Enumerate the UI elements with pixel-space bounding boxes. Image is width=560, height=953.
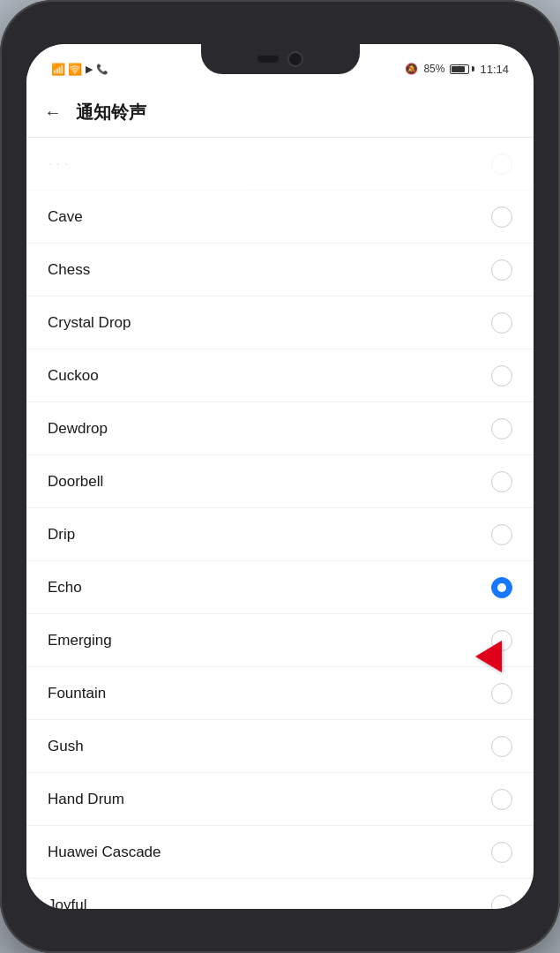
signal-icon: 📶 <box>51 63 64 76</box>
page-header: ← 通知铃声 <box>26 88 534 138</box>
ringtone-name-hand-drum: Hand Drum <box>48 791 124 808</box>
ringtone-name-crystal-drop: Crystal Drop <box>48 314 131 332</box>
ringtone-name-cuckoo: Cuckoo <box>48 367 99 385</box>
status-bar: 📶 🛜 ▶ 📞 🔕 85% 11:14 <box>26 44 534 88</box>
radio-cave[interactable] <box>491 206 512 228</box>
list-item-fountain[interactable]: Fountain <box>26 667 534 720</box>
list-item-emerging[interactable]: Emerging <box>26 614 534 667</box>
radio-doorbell[interactable] <box>491 471 512 492</box>
ringtone-list[interactable]: · · · CaveChessCrystal DropCuckooDewdrop… <box>26 138 534 909</box>
radio-chess[interactable] <box>491 259 512 281</box>
radio-partial[interactable] <box>491 154 512 175</box>
notch-sensor <box>258 56 279 63</box>
list-item-cave[interactable]: Cave <box>26 191 534 244</box>
ringtone-name-drip: Drip <box>48 526 75 544</box>
list-item-crystal-drop[interactable]: Crystal Drop <box>26 296 534 349</box>
radio-huawei-cascade[interactable] <box>491 842 512 863</box>
list-item-huawei-cascade[interactable]: Huawei Cascade <box>26 826 534 879</box>
phone-frame: 📶 🛜 ▶ 📞 🔕 85% 11:14 ← 通知铃声 <box>0 0 560 953</box>
back-button[interactable]: ← <box>44 102 62 123</box>
notch-camera <box>287 51 303 67</box>
radio-crystal-drop[interactable] <box>491 312 512 334</box>
phone-screen: 📶 🛜 ▶ 📞 🔕 85% 11:14 ← 通知铃声 <box>26 44 534 909</box>
status-right: 🔕 85% 11:14 <box>405 63 509 76</box>
ringtone-name-echo: Echo <box>48 579 82 597</box>
list-item-drip[interactable]: Drip <box>26 508 534 561</box>
ringtone-name-doorbell: Doorbell <box>48 473 103 491</box>
radio-fountain[interactable] <box>491 683 512 704</box>
ringtone-name-fountain: Fountain <box>48 685 106 702</box>
wifi-icon: 🛜 <box>68 63 82 76</box>
ringtone-name-dewdrop: Dewdrop <box>48 420 108 438</box>
list-item-echo[interactable]: Echo <box>26 561 534 614</box>
ringtone-name-emerging: Emerging <box>48 632 112 649</box>
battery-pct: 85% <box>423 63 444 75</box>
radio-gush[interactable] <box>491 736 512 757</box>
notch <box>201 44 360 74</box>
ringtone-name-joyful: Joyful <box>48 897 86 910</box>
list-item-cuckoo[interactable]: Cuckoo <box>26 349 534 402</box>
battery-icon <box>450 64 474 74</box>
list-item-joyful[interactable]: Joyful <box>26 879 534 909</box>
list-item-top-partial[interactable]: · · · <box>26 138 534 191</box>
time: 11:14 <box>480 63 509 76</box>
list-item-hand-drum[interactable]: Hand Drum <box>26 773 534 826</box>
radio-cuckoo[interactable] <box>491 365 512 386</box>
list-item-doorbell[interactable]: Doorbell <box>26 455 534 508</box>
radio-joyful[interactable] <box>491 895 512 910</box>
radio-echo[interactable] <box>491 577 512 598</box>
ringtone-name-huawei-cascade: Huawei Cascade <box>48 844 161 861</box>
list-item-chess[interactable]: Chess <box>26 244 534 296</box>
ringtone-name-gush: Gush <box>48 738 84 755</box>
radio-emerging[interactable] <box>491 630 512 651</box>
call-icon: 📞 <box>96 64 108 75</box>
silent-icon: 🔕 <box>405 63 418 75</box>
radio-dewdrop[interactable] <box>491 418 512 439</box>
page-title: 通知铃声 <box>76 101 146 124</box>
list-item-gush[interactable]: Gush <box>26 720 534 773</box>
ringtone-name-chess: Chess <box>48 261 90 279</box>
radio-drip[interactable] <box>491 524 512 545</box>
radio-hand-drum[interactable] <box>491 789 512 810</box>
cast-icon: ▶ <box>86 64 93 75</box>
list-item-dewdrop[interactable]: Dewdrop <box>26 402 534 455</box>
ringtone-name-cave: Cave <box>48 208 83 226</box>
status-left: 📶 🛜 ▶ 📞 <box>51 63 108 76</box>
